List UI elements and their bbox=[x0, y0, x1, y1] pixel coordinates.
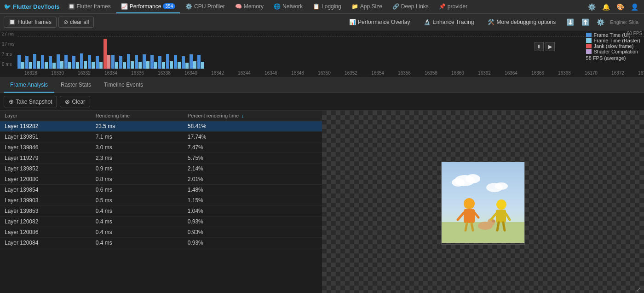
x-label: 16366 bbox=[524, 70, 551, 76]
legend-frame-raster: Frame Time (Raster) bbox=[586, 38, 640, 43]
tab-frame-analysis[interactable]: Frame Analysis bbox=[4, 77, 54, 93]
bar-group[interactable] bbox=[17, 36, 24, 69]
bar-raster bbox=[68, 62, 71, 69]
rendering-time-cell: 23.5 ms bbox=[91, 121, 183, 132]
bar-ui bbox=[72, 56, 75, 69]
bar-group[interactable] bbox=[41, 36, 48, 69]
tab-cpu-profiler[interactable]: ⚙️ CPU Profiler bbox=[181, 0, 230, 13]
theme-icon[interactable]: 🎨 bbox=[615, 2, 626, 12]
svg-point-15 bbox=[492, 220, 495, 223]
export-icon[interactable]: ⬆️ bbox=[580, 18, 591, 27]
bar-raster bbox=[76, 62, 79, 69]
bar-group[interactable] bbox=[158, 36, 165, 69]
table-row[interactable]: Layer 1200820.4 ms0.93% bbox=[0, 217, 322, 227]
percent-cell: 0.93% bbox=[183, 227, 322, 238]
tab-flutter-frames[interactable]: 🔲 Flutter frames bbox=[63, 0, 115, 13]
settings-nav-icon[interactable]: ⚙️ bbox=[586, 2, 598, 12]
table-row[interactable]: Layer 11928223.5 ms58.41% bbox=[0, 121, 322, 132]
account-icon[interactable]: 👤 bbox=[629, 2, 640, 12]
rendering-time-cell: 0.4 ms bbox=[91, 227, 183, 238]
bar-group[interactable] bbox=[143, 36, 150, 69]
import-icon[interactable]: ⬇️ bbox=[564, 18, 576, 27]
table-row[interactable]: Layer 1398540.6 ms1.48% bbox=[0, 185, 322, 195]
bar-raster bbox=[92, 62, 95, 69]
enhance-tracing-button[interactable]: 🔬 Enhance Tracing bbox=[419, 17, 479, 28]
bar-raster bbox=[37, 61, 40, 69]
bar-group[interactable] bbox=[72, 36, 79, 69]
x-label: 16340 bbox=[178, 70, 204, 76]
flutter-frames-button[interactable]: 🔲 Flutter frames bbox=[4, 17, 57, 28]
more-debugging-button[interactable]: 🛠️ More debugging options bbox=[483, 17, 561, 28]
col-percent[interactable]: Percent rendering time ↓ bbox=[183, 111, 322, 121]
x-label: 16348 bbox=[284, 70, 311, 76]
bar-group[interactable] bbox=[111, 36, 118, 69]
tab-memory[interactable]: 🧠 Memory bbox=[230, 0, 268, 13]
bar-group[interactable] bbox=[33, 36, 40, 69]
bar-group[interactable] bbox=[135, 36, 142, 69]
bar-group[interactable] bbox=[88, 36, 95, 69]
x-label: 16356 bbox=[391, 70, 418, 76]
bar-group[interactable] bbox=[119, 36, 126, 69]
bar-group[interactable] bbox=[197, 36, 204, 69]
bar-ui bbox=[96, 56, 99, 69]
x-label: 16372 bbox=[604, 70, 631, 76]
x-label: 16354 bbox=[364, 70, 391, 76]
bar-ui bbox=[190, 54, 193, 69]
bell-icon[interactable]: 🔔 bbox=[600, 2, 612, 12]
bar-group[interactable] bbox=[96, 36, 103, 69]
step-forward-button[interactable]: ▶ bbox=[546, 42, 555, 51]
tab-timeline-events[interactable]: Timeline Events bbox=[98, 77, 150, 93]
clear-all-button[interactable]: ⊘ clear all bbox=[58, 17, 94, 28]
table-row[interactable]: Layer 1399030.5 ms1.15% bbox=[0, 195, 322, 206]
tab-app-size[interactable]: 📁 App Size bbox=[347, 0, 387, 13]
bar-group[interactable] bbox=[49, 36, 56, 69]
bar-group[interactable] bbox=[190, 36, 196, 69]
tab-deep-links[interactable]: 🔗 Deep Links bbox=[388, 0, 433, 13]
performance-overlay-button[interactable]: 📊 Performance Overlay bbox=[344, 17, 415, 28]
bar-group[interactable] bbox=[80, 36, 87, 69]
logo-icon: 🐦 bbox=[4, 3, 11, 10]
table-row[interactable]: Layer 1200840.4 ms0.93% bbox=[0, 238, 322, 248]
bar-ui bbox=[127, 54, 130, 69]
bar-ui bbox=[174, 55, 177, 69]
performance-icon: 📈 bbox=[121, 3, 128, 10]
take-snapshot-button[interactable]: ⊕ Take Snapshot bbox=[4, 96, 57, 107]
x-label: 16364 bbox=[498, 70, 524, 76]
preview-illustration bbox=[442, 162, 524, 243]
bar-group[interactable] bbox=[104, 36, 110, 69]
tab-logging[interactable]: 📋 Logging bbox=[308, 0, 346, 13]
x-label: 16338 bbox=[151, 70, 178, 76]
y-label-17: 17 ms bbox=[2, 41, 16, 47]
legend-shader: Shader Compilation bbox=[586, 49, 640, 54]
expand-icon[interactable]: ⤢ bbox=[636, 286, 641, 293]
table-row[interactable]: Layer 1398463.0 ms7.47% bbox=[0, 142, 322, 153]
playback-controls: ⏸ ▶ bbox=[535, 42, 555, 51]
chart-x-labels: 1632816330163321633416336163381634016342… bbox=[17, 69, 644, 77]
table-row[interactable]: Layer 1200860.4 ms0.93% bbox=[0, 227, 322, 238]
bar-group[interactable] bbox=[64, 36, 71, 69]
bar-group[interactable] bbox=[25, 36, 32, 69]
table-row[interactable]: Layer 1398530.4 ms1.04% bbox=[0, 206, 322, 217]
bar-group[interactable] bbox=[127, 36, 134, 69]
bar-group[interactable] bbox=[57, 36, 63, 69]
bar-raster bbox=[138, 62, 142, 69]
bar-group[interactable] bbox=[150, 36, 157, 69]
legend-jank: Jank (slow frame) bbox=[586, 43, 640, 49]
bar-group[interactable] bbox=[166, 36, 173, 69]
tab-provider[interactable]: 📌 provider bbox=[434, 0, 472, 13]
table-row[interactable]: Layer 1398517.1 ms17.74% bbox=[0, 132, 322, 142]
tab-raster-stats[interactable]: Raster Stats bbox=[54, 77, 98, 93]
table-row[interactable]: Layer 1200800.8 ms2.01% bbox=[0, 174, 322, 185]
table-row[interactable]: Layer 1192792.3 ms5.75% bbox=[0, 153, 322, 164]
bar-group[interactable] bbox=[182, 36, 189, 69]
x-label: 16374 bbox=[631, 70, 644, 76]
legend-color-raster bbox=[586, 38, 592, 43]
toolbar-settings-icon[interactable]: ⚙️ bbox=[595, 18, 606, 27]
tab-performance[interactable]: 📈 Performance 354 bbox=[116, 0, 180, 13]
table-row[interactable]: Layer 1398520.9 ms2.14% bbox=[0, 164, 322, 174]
clear-button[interactable]: ⊗ Clear bbox=[60, 96, 90, 107]
app-logo: 🐦 Flutter DevTools bbox=[4, 3, 60, 10]
bar-group[interactable] bbox=[174, 36, 181, 69]
pause-button[interactable]: ⏸ bbox=[535, 42, 544, 51]
tab-network[interactable]: 🌐 Network bbox=[269, 0, 307, 13]
